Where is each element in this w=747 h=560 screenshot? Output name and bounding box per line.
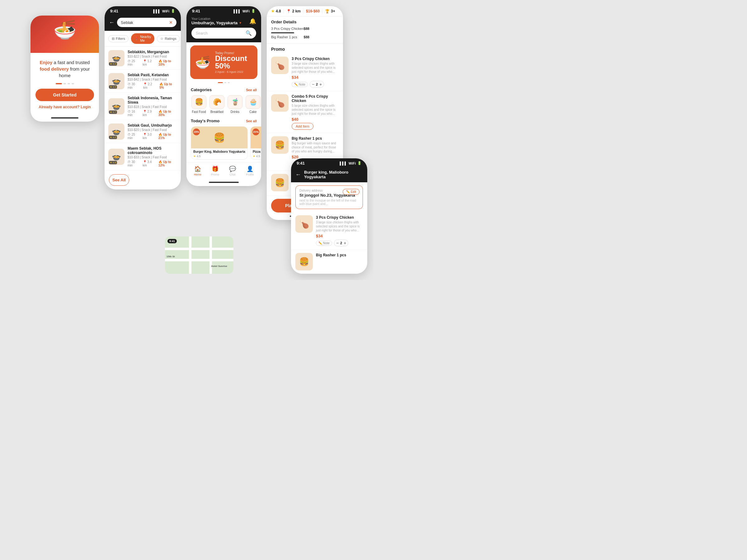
note-button[interactable]: ✏️ Note — [316, 240, 332, 246]
promo-banner[interactable]: 🍜 Today Promo! Discount 50% 2 Agust - 6 … — [190, 46, 257, 79]
ratings-button[interactable]: ☆ Ratings — [157, 35, 180, 42]
onboarding-body: Enjoy a fast and trusted food delivery f… — [30, 53, 99, 114]
nearby-me-button[interactable]: 📍 Nearby Me — [131, 33, 154, 44]
restaurant-image: 🍲★ 4.5 — [108, 124, 125, 140]
increase-qty-button[interactable]: + — [344, 240, 346, 245]
list-item[interactable]: 🍲★ 4.9 Seblak Pasti, Ketandan $10-$42 | … — [105, 70, 181, 93]
status-bar: 9:41 ▌▌▌ WiFi 🔋 — [291, 158, 367, 167]
menu-item-image: 🍔 — [295, 253, 313, 270]
menu-item-description: 3 large size chicken thighs with selecte… — [292, 61, 339, 74]
promo-food-image: 🍜 — [190, 50, 215, 75]
dot-2 — [225, 82, 226, 83]
menu-item-image: 🍔 — [271, 136, 288, 154]
restaurant-info: Maem Seblak, HOS cokroaminoto $10-$33 | … — [128, 146, 177, 167]
promo-card-1[interactable]: 🍔 20% Burger King, Malioboro Yogyakarta … — [191, 126, 248, 160]
edit-address-button[interactable]: ✏️ Edit — [343, 189, 360, 195]
get-started-button[interactable]: Get Started — [35, 89, 94, 101]
restaurant-name: Seblakkin, Mergangsan — [128, 50, 177, 54]
dot-1 — [218, 82, 223, 83]
bottom-navigation: 🏠 Home 🎁 Promo 💬 Chat 👤 Profile — [186, 162, 261, 179]
notification-bell-icon[interactable]: 🔔 — [249, 18, 256, 25]
distance-meta: 📍 3.0 km — [143, 133, 156, 140]
decrease-qty-button[interactable]: − — [312, 82, 314, 87]
search-clear-button[interactable]: ✕ — [169, 20, 173, 25]
promo-card-2[interactable]: 🍕 20% Pizza Hut Delivery, Malioboro ★ 4.… — [250, 126, 261, 160]
filter-icon: ⊟ — [112, 37, 114, 41]
category-cake[interactable]: 🧁 Cake — [245, 95, 261, 113]
home-indicator — [209, 182, 239, 183]
promo-text: Today Promo! Discount 50% 2 Agust - 6 Ag… — [215, 51, 253, 74]
location-label: Your Location — [191, 17, 242, 21]
categories-see-all[interactable]: See all — [246, 88, 257, 92]
nav-home[interactable]: 🏠 Home — [191, 165, 204, 176]
increase-qty-button[interactable]: + — [319, 82, 322, 87]
location-info: Your Location Umbulharjo, Yogyakarta ▼ — [191, 17, 242, 25]
chat-icon: 💬 — [229, 165, 236, 172]
map-grid: Hotel Sunrise 15th St 9:41 — [165, 236, 233, 274]
menu-item-name: Big Rasher 1 pcs — [292, 136, 339, 141]
star-icon: ☆ — [160, 37, 163, 41]
login-link[interactable]: Login — [81, 105, 91, 109]
restaurant-name: Seblak Indonesia, Taman Siswa — [128, 96, 177, 105]
restaurant-meta: ⏱ 30 min 📍 2.2 km 🔥 Up to 5% — [128, 82, 177, 89]
status-bar: 9:41 ▌▌▌ WiFi 🔋 — [186, 6, 261, 15]
stats-bar: ★ 4.8 📍 2 km $16-$60 🏆 3+ — [267, 6, 343, 17]
nav-chat[interactable]: 💬 Chat — [226, 165, 239, 176]
back-button[interactable]: ← — [295, 171, 301, 178]
discount-badge: 🔥 Up to 30% — [158, 110, 177, 117]
search-input-box[interactable]: Seblak ✕ — [117, 18, 177, 27]
todays-promo-see-all[interactable]: See all — [246, 119, 257, 123]
rating-stat: ★ 4.8 — [271, 9, 281, 14]
map-time-status: 9:41 — [168, 239, 177, 243]
home-icon: 🏠 — [194, 165, 201, 172]
discount-badge: 🔥 Up to 12% — [158, 160, 177, 167]
pagination-dots — [35, 83, 94, 84]
list-item[interactable]: 🍲★ 4.8 Maem Seblak, HOS cokroaminoto $10… — [105, 143, 181, 170]
burger-king-info: Burger King, Malioboro Yogyakarta ★ 4.5 — [191, 149, 248, 159]
list-item[interactable]: 🍲★ 4.5 Seblak Gaul, Umbulharjo $10-$20 |… — [105, 120, 181, 143]
signal-icon: ▌▌▌ — [340, 161, 347, 165]
restaurant-meta: ⏱ 30 min 📍 3.4 km 🔥 Up to 12% — [128, 160, 177, 167]
see-all-button[interactable]: See All — [109, 174, 129, 186]
todays-promo-title: Today's Promo — [191, 118, 220, 123]
restaurant-name: Seblak Pasti, Ketandan — [128, 73, 177, 77]
category-fast-food[interactable]: 🍔 Fast Food — [191, 95, 207, 113]
category-breakfast[interactable]: 🥐 Breakfast — [209, 95, 225, 113]
menu-item-image: 🍗 — [271, 57, 288, 74]
search-bar[interactable]: Search 🔍 — [191, 28, 256, 38]
nav-promo[interactable]: 🎁 Promo — [209, 165, 221, 176]
map-preview: Hotel Sunrise 15th St 9:41 — [165, 236, 233, 274]
menu-item-crispy-chicken: 🍗 3 Pcs Crispy Chicken 3 large size chic… — [291, 212, 367, 250]
menu-item-name: Big Rasher 1 pcs — [316, 253, 363, 257]
time: 9:41 — [297, 161, 305, 165]
category-drinks[interactable]: 🧋 Drinks — [227, 95, 243, 113]
add-item-button[interactable]: Add Item — [292, 123, 313, 130]
restaurant-meta: ⏱ 16 min 📍 2.9 km 🔥 Up to 30% — [128, 110, 177, 117]
back-button[interactable]: ← — [109, 19, 114, 26]
location-value[interactable]: Umbulharjo, Yogyakarta ▼ — [191, 21, 242, 25]
todays-promo-header: Today's Promo See all — [186, 116, 261, 125]
map-label-street: 15th St — [166, 255, 175, 258]
note-button[interactable]: ✏️ Note — [292, 82, 308, 87]
promo-date: 2 Agust - 6 Agust 2022 — [215, 70, 253, 74]
order-details-title: Order Details — [271, 20, 309, 24]
list-item[interactable]: 🍲★ 4.7 Seblak Indonesia, Taman Siswa $10… — [105, 93, 181, 120]
trophy-icon: 🏆 — [325, 9, 330, 14]
categories-header: Categories See all — [186, 85, 261, 94]
restaurant-title: Burger king, Malioboro Yogyakarta — [304, 170, 363, 179]
menu-item-price: $34 — [316, 234, 363, 238]
login-prompt: Already have account? Login — [35, 105, 94, 109]
star-icon: ★ — [193, 155, 196, 158]
decrease-qty-button[interactable]: − — [336, 240, 339, 245]
dot-4 — [72, 83, 74, 84]
filter-button[interactable]: ⊟ Filters — [108, 35, 129, 42]
chevron-down-icon: ▼ — [239, 21, 242, 25]
list-item[interactable]: 🍲★ 4.8 Seblakkin, Mergangsan $10-$22 | S… — [105, 47, 181, 70]
home-indicator — [51, 117, 78, 118]
location-icon: 📍 — [134, 37, 139, 41]
nav-profile[interactable]: 👤 Profile — [244, 165, 256, 176]
pizza-hut-info: Pizza Hut Delivery, Malioboro ★ 4.5 — [251, 149, 261, 159]
menu-item-image: 🍗 — [295, 215, 313, 233]
menu-item-description: Big burger with mayo sauce and choice of… — [292, 141, 339, 153]
cake-icon: 🧁 — [246, 95, 260, 109]
